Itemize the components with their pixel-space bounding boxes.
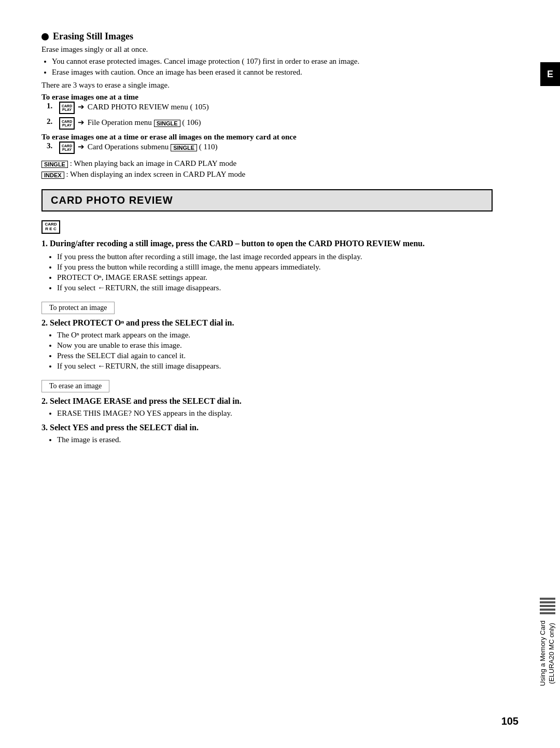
erasing-bullets: You cannot erase protected images. Cance… [52, 57, 493, 77]
single-note-text: When playing back an image in CARD PLAY … [74, 159, 236, 167]
arrow-icon: ➔ [78, 143, 85, 151]
index-badge: INDEX [41, 172, 64, 179]
cr-step3-heading: 3. Select YES and press the SELECT dial … [41, 423, 493, 432]
card-play-icon-1: CARDPLAY [59, 102, 75, 114]
bullet-item: If you press the button while recording … [57, 263, 493, 272]
ways-text: There are 3 ways to erase a single image… [41, 81, 493, 90]
erase-step-1: 1. CARDPLAY ➔ CARD PHOTO REVIEW menu ( 1… [47, 102, 493, 114]
cr-step3-bullets: The image is erased. [57, 435, 493, 444]
erase-step-3: 3. CARDPLAY ➔ Card Operations submenu SI… [47, 142, 493, 154]
card-play-icon-3: CARDPLAY [59, 142, 75, 154]
main-content: Erasing Still Images Erase images singly… [41, 31, 493, 717]
cr-step2-erase-bullets: ERASE THIS IMAGE? NO YES appears in the … [57, 409, 493, 418]
to-erase-label: To erase images one at a time [41, 93, 493, 102]
right-sidebar: Using a Memory Card (ELURA20 MC only) [535, 598, 560, 686]
section-title: Erasing Still Images [41, 31, 493, 42]
bullet-item: The Oⁿ protect mark appears on the image… [57, 331, 493, 340]
single-badge-3: SINGLE [41, 161, 68, 168]
bullet-item: If you select ←RETURN, the still image d… [57, 284, 493, 292]
single-badge-2: SINGLE [171, 144, 197, 151]
step2-text: File Operation menu [88, 118, 152, 126]
erasing-section: Erasing Still Images Erase images singly… [41, 31, 493, 179]
cr-step1-heading: 1. During/after recoding a still image, … [41, 239, 493, 248]
to-protect-box: To protect an image [41, 302, 115, 314]
arrow-icon: ➔ [78, 103, 85, 111]
step2-page: ( 106) [182, 118, 201, 126]
bullet-item: Erase images with caution. Once an image… [52, 68, 493, 77]
bullet-item: ERASE THIS IMAGE? NO YES appears in the … [57, 409, 493, 418]
single-index-notes: SINGLE : When playing back an image in C… [41, 159, 493, 179]
to-erase-all-label: To erase images one at a time or erase a… [41, 133, 493, 142]
erase-step-2: 2. CARDPLAY ➔ File Operation menu SINGLE… [47, 117, 493, 130]
bullet-item: PROTECT Oⁿ, IMAGE ERASE settings appear. [57, 273, 493, 282]
cr-step1-bullets: If you press the button after recording … [57, 252, 493, 292]
card-play-icon-2: CARDPLAY [59, 117, 75, 130]
card-rec-icon: CARD R E C [41, 220, 60, 234]
card-review-header: CARD PHOTO REVIEW [41, 189, 493, 211]
intro-text: Erase images singly or all at once. [41, 45, 493, 54]
arrow-icon: ➔ [78, 118, 85, 126]
step3-text: Card Operations submenu [88, 143, 169, 151]
bullet-item: The image is erased. [57, 435, 493, 444]
section-heading-text: Erasing Still Images [53, 31, 133, 42]
single-badge: SINGLE [154, 120, 180, 127]
cr-step2-protect-bullets: The Oⁿ protect mark appears on the image… [57, 331, 493, 371]
bullet-item: If you select ←RETURN, the still image d… [57, 362, 493, 371]
index-note-text: When displaying an index screen in CARD … [70, 170, 245, 178]
sidebar-text: Using a Memory Card (ELURA20 MC only) [539, 620, 556, 686]
sidebar-decoration [540, 598, 555, 614]
page-number: 105 [501, 715, 519, 727]
step3-page: ( 110) [199, 143, 218, 151]
bullet-item: If you press the button after recording … [57, 252, 493, 261]
bullet-item: Press the SELECT dial again to cancel it… [57, 351, 493, 360]
to-erase-box: To erase an image [41, 380, 109, 392]
cr-step2-erase-heading: 2. Select IMAGE ERASE and press the SELE… [41, 397, 493, 406]
tab-e: E [540, 62, 560, 86]
bullet-item: You cannot erase protected images. Cance… [52, 57, 493, 66]
bullet-item: Now you are unable to erase this image. [57, 341, 493, 350]
bullet-icon [41, 33, 49, 40]
step1-text: CARD PHOTO REVIEW menu ( 105) [88, 103, 209, 111]
cr-step2-protect-heading: 2. Select PROTECT Oⁿ and press the SELEC… [41, 318, 493, 328]
tab-letter: E [547, 69, 553, 80]
